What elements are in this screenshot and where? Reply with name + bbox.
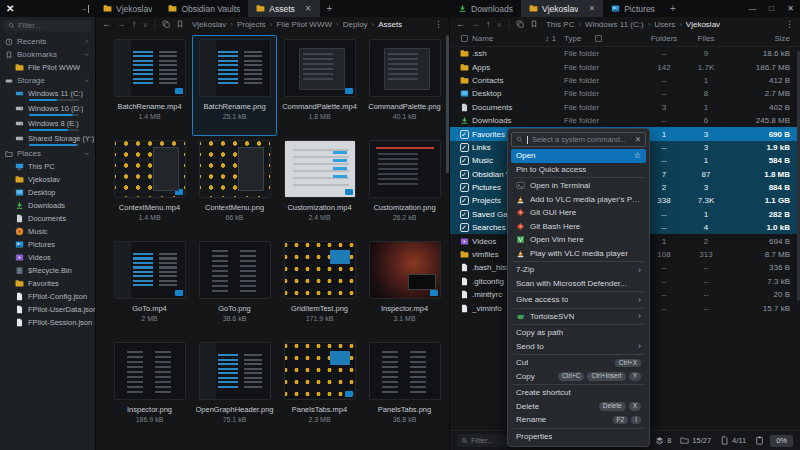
back-icon[interactable]: ← — [456, 20, 465, 29]
breadcrumb-deploy[interactable]: Deploy — [343, 20, 368, 29]
chevron-down-icon[interactable] — [83, 51, 90, 59]
sidebar-item-windows-8-e[interactable]: Windows 8 (E:) — [0, 117, 95, 132]
menu-item-copy-as-path[interactable]: Copy as path — [511, 326, 646, 340]
grid-item-inspector-mp4[interactable]: Inspector.mp43.1 MB — [362, 237, 447, 338]
breadcrumb-windows-11-c[interactable]: Windows 11 (C:) — [585, 20, 644, 29]
select-all-checkbox[interactable] — [461, 35, 468, 42]
menu-item-rename[interactable]: RenameF2I — [511, 413, 646, 427]
left-pane-scrollbar[interactable] — [446, 35, 449, 173]
sidebar-section-recents[interactable]: Recents — [0, 35, 95, 48]
menu-item-open-in-terminal[interactable]: Open in Terminal — [511, 179, 646, 193]
chevron-down-icon[interactable] — [83, 150, 90, 158]
sidebar-item-this-pc[interactable]: This PC — [0, 160, 95, 173]
sidebar-item-fpilot-userdata-json[interactable]: FPilot-UserData.json — [0, 303, 95, 316]
row-checkbox[interactable]: ✓ — [460, 156, 469, 165]
breadcrumb-this-pc[interactable]: This PC — [546, 20, 574, 29]
grid-item-commandpalette-mp4[interactable]: CommandPalette.mp41.8 MB — [277, 35, 362, 136]
history-dropdown-icon[interactable]: ∨ — [497, 21, 502, 28]
sidebar-section-bookmarks[interactable]: Bookmarks — [0, 48, 95, 61]
grid-item-commandpalette-png[interactable]: CommandPalette.png40.1 kB — [362, 35, 447, 136]
grid-item-customization-mp4[interactable]: Customization.mp42.4 MB — [277, 136, 362, 237]
menu-item-create-shortcut[interactable]: Create shortcut — [511, 386, 646, 400]
sidebar-item-file-pilot-www[interactable]: File Pilot WWW — [0, 61, 95, 74]
up-icon[interactable]: ↑ — [132, 20, 137, 29]
breadcrumb-projects[interactable]: Projects — [237, 20, 266, 29]
table-row-downloads[interactable]: DownloadsFile folder--6245.8 MB — [450, 114, 800, 127]
sidebar-item-documents[interactable]: Documents — [0, 212, 95, 225]
chevron-right-icon[interactable] — [83, 38, 90, 46]
bookmark-add-icon[interactable] — [176, 20, 184, 28]
menu-item-git-bash-here[interactable]: Git Bash Here — [511, 220, 646, 234]
close-button[interactable]: ✕ — [781, 0, 800, 17]
new-tab-button[interactable]: + — [320, 0, 340, 17]
sidebar-section-storage[interactable]: Storage — [0, 74, 95, 87]
menu-item-add-to-vlc-media-player-s-playlist[interactable]: Add to VLC media player's Playlist — [511, 193, 646, 207]
breadcrumb-file-pilot-www[interactable]: File Pilot WWW — [276, 20, 332, 29]
star-icon[interactable]: ☆ — [634, 151, 641, 160]
column-header-files[interactable]: Files — [684, 34, 728, 43]
menu-item-delete[interactable]: DeleteDeleteX — [511, 400, 646, 414]
breadcrumb-users[interactable]: Users — [654, 20, 675, 29]
sidebar-item-vjekoslav[interactable]: Vjekoslav — [0, 173, 95, 186]
menu-item-give-access-to[interactable]: Give access to› — [511, 293, 646, 307]
more-options-icon[interactable]: ⋮ — [434, 19, 443, 29]
menu-item-tortoisesvn[interactable]: TortoiseSVN› — [511, 310, 646, 324]
history-dropdown-icon[interactable]: ∨ — [143, 21, 148, 28]
menu-item-send-to[interactable]: Send to› — [511, 340, 646, 354]
grid-item-customization-png[interactable]: Customization.png26.2 kB — [362, 136, 447, 237]
column-header-size[interactable]: Size — [728, 34, 790, 43]
sidebar-filter-input[interactable]: Filter... — [4, 20, 91, 31]
grid-item-opengraphheader-png[interactable]: OpenGraphHeader.png75.1 kB — [192, 338, 277, 439]
tab-obsidian-vaults[interactable]: Obsidian Vaults — [160, 0, 248, 17]
grid-item-griditemtest-png[interactable]: GridItemTest.png171.9 kB — [277, 237, 362, 338]
table-row-documents[interactable]: DocumentsFile folder31402 B — [450, 101, 800, 114]
grid-item-panelstabs-png[interactable]: PanelsTabs.png36.8 kB — [362, 338, 447, 439]
new-tab-button[interactable]: + — [663, 0, 683, 17]
menu-item-open[interactable]: Open☆ — [511, 149, 646, 163]
row-checkbox[interactable]: ✓ — [460, 170, 469, 179]
grid-item-contextmenu-png[interactable]: ContextMenu.png66 kB — [192, 136, 277, 237]
tab-vjekoslav[interactable]: Vjekoslav✕ — [521, 0, 603, 17]
back-icon[interactable]: ← — [102, 20, 111, 29]
table-row-contacts[interactable]: ContactsFile folder--1412 B — [450, 74, 800, 87]
bookmark-add-icon[interactable] — [530, 20, 538, 28]
sidebar-item-fpilot-session-json[interactable]: FPilot-Session.json — [0, 316, 95, 329]
copy-path-icon[interactable] — [162, 20, 170, 28]
sidebar-item-videos[interactable]: Videos — [0, 251, 95, 264]
sidebar-section-places[interactable]: Places — [0, 147, 95, 160]
row-checkbox[interactable]: ✓ — [460, 143, 469, 152]
context-menu-search-input[interactable]: Select a system command... ✕ — [511, 132, 646, 147]
table-row-desktop[interactable]: DesktopFile folder--82.7 MB — [450, 87, 800, 100]
copy-path-icon[interactable] — [516, 20, 524, 28]
tab-close-icon[interactable]: ✕ — [588, 4, 595, 13]
maximize-button[interactable]: □ — [762, 0, 781, 17]
table-row-ssh[interactable]: .sshFile folder--918.6 kB — [450, 47, 800, 60]
minimize-button[interactable]: — — [743, 0, 762, 17]
grid-item-panelstabs-mp4[interactable]: PanelsTabs.mp42.3 MB — [277, 338, 362, 439]
breadcrumb-vjekoslav[interactable]: Vjekoslav — [686, 20, 720, 29]
close-icon[interactable]: ✕ — [635, 135, 641, 144]
sidebar-item-recycle-bin[interactable]: $Recycle.Bin — [0, 264, 95, 277]
row-checkbox[interactable]: ✓ — [460, 223, 469, 232]
breadcrumb-vjekoslav[interactable]: Vjekoslav — [192, 20, 226, 29]
column-header-folders[interactable]: Folders — [644, 34, 684, 43]
row-checkbox[interactable]: ✓ — [460, 210, 469, 219]
tab-pictures[interactable]: Pictures — [603, 0, 663, 17]
menu-item-7-zip[interactable]: 7-Zip› — [511, 263, 646, 277]
menu-item-properties[interactable]: Properties — [511, 430, 646, 444]
column-header-type[interactable]: Type — [564, 34, 644, 43]
sidebar-item-desktop[interactable]: Desktop — [0, 186, 95, 199]
sidebar-item-shared-storage-y[interactable]: Shared Storage (Y:) — [0, 132, 95, 147]
breadcrumb-assets[interactable]: Assets — [378, 20, 402, 29]
column-header-name[interactable]: Name ↕1 — [472, 34, 564, 43]
forward-icon[interactable]: → — [471, 20, 480, 29]
grid-item-contextmenu-mp4[interactable]: ContextMenu.mp41.4 MB — [107, 136, 192, 237]
grid-item-goto-png[interactable]: GoTo.png38.6 kB — [192, 237, 277, 338]
more-options-icon[interactable]: ⋮ — [785, 19, 794, 29]
menu-item-play-with-vlc-media-player[interactable]: Play with VLC media player — [511, 247, 646, 261]
sidebar-item-favorites[interactable]: Favorites — [0, 277, 95, 290]
up-icon[interactable]: ↑ — [486, 20, 491, 29]
row-checkbox[interactable]: ✓ — [460, 130, 469, 139]
menu-item-cut[interactable]: CutCtrl+X — [511, 356, 646, 370]
sidebar-item-music[interactable]: Music — [0, 225, 95, 238]
